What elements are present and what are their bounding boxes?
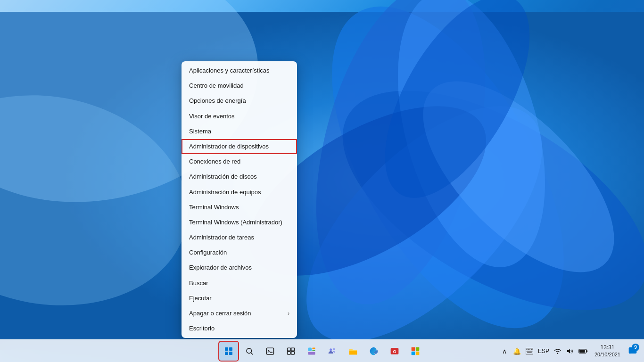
menu-item-escritorio[interactable]: Escritorio <box>182 321 297 336</box>
terminal-button[interactable] <box>261 342 280 361</box>
chevron-up-icon: ∧ <box>501 347 508 355</box>
menu-item-ejecutar[interactable]: Ejecutar <box>182 291 297 306</box>
tray-chevron[interactable]: ∧ <box>499 342 510 361</box>
menu-item-terminal-admin[interactable]: Terminal Windows (Administrador) <box>182 215 297 230</box>
date-display: 20/10/2021 <box>594 351 620 358</box>
svg-rect-41 <box>586 350 588 352</box>
menu-item-label-movilidad: Centro de movilidad <box>189 82 244 90</box>
menu-item-apagar[interactable]: Apagar o cerrar sesión› <box>182 306 297 321</box>
menu-item-red[interactable]: Conexiones de red <box>182 154 297 169</box>
taskbar: O ∧ 🔔 <box>0 339 644 362</box>
svg-rect-20 <box>313 347 315 349</box>
office-button[interactable]: O <box>385 342 404 361</box>
svg-rect-19 <box>308 347 312 351</box>
desktop: Aplicaciones y característicasCentro de … <box>0 0 644 362</box>
taskbar-center: O <box>219 342 425 361</box>
office-icon: O <box>390 346 399 356</box>
windows-icon <box>225 347 232 355</box>
svg-point-23 <box>330 348 332 351</box>
clock[interactable]: 13:31 20/10/2021 <box>591 342 624 361</box>
menu-item-discos[interactable]: Administración de discos <box>182 169 297 184</box>
battery-icon <box>578 348 588 354</box>
svg-rect-27 <box>412 347 415 351</box>
svg-rect-22 <box>308 352 315 354</box>
menu-item-label-sistema: Sistema <box>189 127 211 136</box>
menu-item-label-red: Conexiones de red <box>189 157 240 166</box>
menu-item-label-archivos: Explorador de archivos <box>189 263 252 272</box>
language-indicator[interactable]: ESP <box>536 342 551 361</box>
menu-item-label-configuracion: Configuración <box>189 248 227 257</box>
widgets-button[interactable] <box>302 342 321 361</box>
menu-item-movilidad[interactable]: Centro de movilidad <box>182 78 297 93</box>
store-button[interactable] <box>406 342 425 361</box>
menu-item-configuracion[interactable]: Configuración <box>182 245 297 260</box>
keyboard-tray[interactable] <box>524 342 535 361</box>
bell-icon: 🔔 <box>513 347 521 355</box>
edge-icon <box>369 346 379 356</box>
terminal-icon <box>266 347 274 355</box>
svg-rect-18 <box>291 351 295 354</box>
explorer-icon <box>348 347 358 355</box>
svg-rect-15 <box>288 348 291 351</box>
svg-rect-33 <box>528 349 529 350</box>
start-button[interactable] <box>219 342 238 361</box>
menu-item-aplicaciones[interactable]: Aplicaciones y características <box>182 63 297 78</box>
menu-item-archivos[interactable]: Explorador de archivos <box>182 260 297 275</box>
context-menu: Aplicaciones y característicasCentro de … <box>182 61 297 338</box>
menu-item-label-apagar: Apagar o cerrar sesión <box>189 309 251 318</box>
explorer-button[interactable] <box>344 342 363 361</box>
wifi-icon <box>554 348 561 354</box>
notification-badge: 9 <box>632 344 639 351</box>
notification-area[interactable]: 9 <box>625 342 640 361</box>
menu-item-eventos[interactable]: Visor de eventos <box>182 109 297 124</box>
teams-button[interactable] <box>323 342 342 361</box>
wallpaper <box>0 0 644 362</box>
language-label: ESP <box>538 348 549 354</box>
menu-item-sistema[interactable]: Sistema <box>182 124 297 139</box>
multitask-icon <box>287 347 295 355</box>
edge-button[interactable] <box>364 342 383 361</box>
menu-item-equipos[interactable]: Administración de equipos <box>182 185 297 200</box>
chevron-right-icon: › <box>288 310 289 318</box>
keyboard-icon <box>526 348 533 354</box>
battery-tray[interactable] <box>577 342 590 361</box>
search-button[interactable] <box>240 342 259 361</box>
svg-marker-39 <box>567 349 570 353</box>
menu-item-label-aplicaciones: Aplicaciones y características <box>189 66 270 75</box>
svg-point-38 <box>557 353 558 354</box>
widgets-icon <box>307 347 316 355</box>
wifi-tray[interactable] <box>552 342 563 361</box>
svg-rect-28 <box>416 347 420 351</box>
menu-item-label-buscar: Buscar <box>189 279 208 288</box>
svg-rect-42 <box>579 350 585 353</box>
menu-item-dispositivos[interactable]: Administrador de dispositivos <box>182 139 297 154</box>
menu-item-tareas[interactable]: Administrador de tareas <box>182 230 297 245</box>
system-tray: ∧ 🔔 ESP <box>499 340 644 362</box>
menu-item-terminal[interactable]: Terminal Windows <box>182 200 297 215</box>
menu-item-label-discos: Administración de discos <box>189 173 257 181</box>
notification-icon-area[interactable]: 🔔 <box>511 342 523 361</box>
menu-item-label-dispositivos: Administrador de dispositivos <box>189 142 269 151</box>
multitask-button[interactable] <box>281 342 300 361</box>
svg-rect-37 <box>527 352 532 353</box>
menu-item-label-terminal: Terminal Windows <box>189 203 239 212</box>
svg-rect-13 <box>267 348 274 354</box>
menu-item-energia[interactable]: Opciones de energía <box>182 93 297 108</box>
svg-rect-16 <box>291 348 295 351</box>
svg-rect-35 <box>531 349 532 350</box>
time-display: 13:31 <box>594 344 620 352</box>
svg-text:O: O <box>393 349 396 354</box>
menu-item-label-eventos: Visor de eventos <box>189 112 235 121</box>
store-icon <box>411 346 420 356</box>
svg-point-24 <box>333 348 335 350</box>
svg-rect-34 <box>529 349 530 350</box>
svg-rect-17 <box>288 351 291 354</box>
menu-item-label-tareas: Administrador de tareas <box>189 233 254 242</box>
teams-icon <box>328 346 337 356</box>
menu-item-label-escritorio: Escritorio <box>189 324 215 333</box>
menu-item-label-ejecutar: Ejecutar <box>189 294 212 303</box>
menu-item-buscar[interactable]: Buscar <box>182 276 297 291</box>
volume-tray[interactable] <box>564 342 576 361</box>
search-icon <box>245 347 254 355</box>
svg-rect-21 <box>313 350 315 351</box>
